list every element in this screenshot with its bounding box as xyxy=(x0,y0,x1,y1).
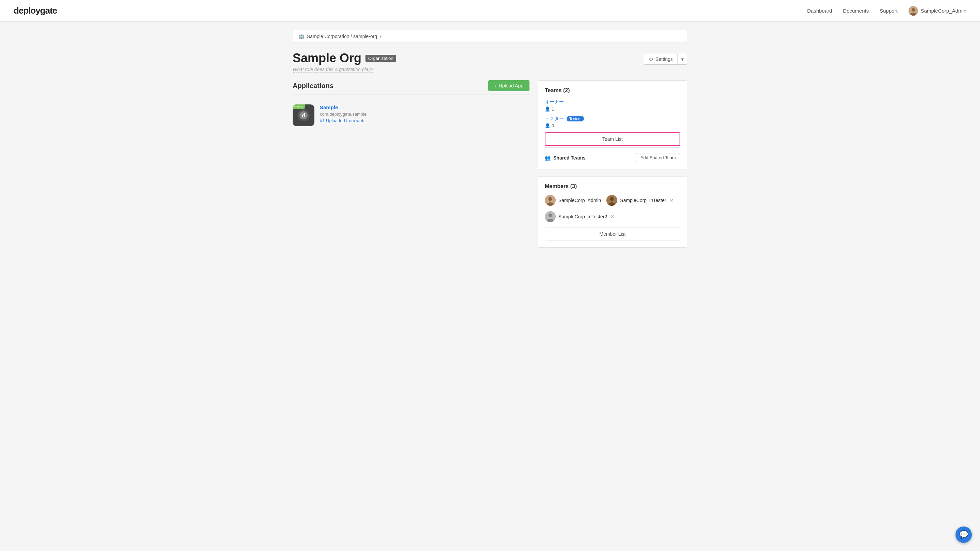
shared-teams-label: 👥 Shared Teams xyxy=(545,155,585,160)
teams-title: Teams (2) xyxy=(545,87,680,94)
page-title: Sample Org Organization xyxy=(293,51,396,65)
nav-support[interactable]: Support xyxy=(880,8,898,14)
right-column: Teams (2) オーナー 👤 1 テスター Testers xyxy=(538,80,687,254)
member-avatar-intester2 xyxy=(545,211,556,222)
main-nav: Dashboard Documents Support SampleCorp_A… xyxy=(807,6,966,16)
testers-badge: Testers xyxy=(566,116,584,121)
settings-label: Settings xyxy=(655,56,673,62)
member-name-admin: SampleCorp_Admin xyxy=(558,198,601,203)
user-menu[interactable]: SampleCorp_Admin xyxy=(908,6,966,16)
members-grid: SampleCorp_Admin SampleCorp_InTester xyxy=(545,195,680,222)
app-bundle-id: com.deploygate.sample xyxy=(320,111,366,117)
breadcrumb-dropdown-icon[interactable]: ▾ xyxy=(380,34,382,39)
team-entry-owner: オーナー 👤 1 xyxy=(545,99,680,111)
upload-icon: ↑ xyxy=(495,83,497,89)
applications-section: Applications ↑ Upload App Android d xyxy=(293,80,530,254)
team-name-tester[interactable]: テスター Testers xyxy=(545,116,680,122)
logo-light: deploy xyxy=(14,5,40,16)
org-icon: 🏢 xyxy=(298,34,304,39)
svg-point-13 xyxy=(549,214,552,218)
svg-text:d: d xyxy=(302,113,305,118)
applications-header: Applications ↑ Upload App xyxy=(293,80,530,95)
member-avatar-intester xyxy=(606,195,617,206)
app-name[interactable]: Sample xyxy=(320,105,366,110)
svg-point-10 xyxy=(610,197,614,201)
app-info: Sample com.deploygate.sample #1 Uploaded… xyxy=(320,105,366,123)
members-panel: Members (3) SampleCorp_Admin xyxy=(538,176,687,248)
page-title-area: Sample Org Organization What role does t… xyxy=(293,51,396,72)
member-item-admin: SampleCorp_Admin xyxy=(545,195,601,206)
app-build-num: #1 xyxy=(320,118,325,123)
user-avatar xyxy=(908,6,918,16)
shared-teams-icon: 👥 xyxy=(545,155,550,160)
gear-icon: ⚙ xyxy=(649,56,653,62)
breadcrumb-text: Sample Corporation / sample-org xyxy=(307,34,377,39)
app-icon: Android d xyxy=(293,105,314,126)
breadcrumb[interactable]: 🏢 Sample Corporation / sample-org ▾ xyxy=(293,30,687,43)
settings-button[interactable]: ⚙ Settings xyxy=(644,54,678,65)
android-badge: Android xyxy=(293,105,305,109)
page-header: Sample Org Organization What role does t… xyxy=(293,51,687,72)
member-name-intester: SampleCorp_InTester xyxy=(620,198,666,203)
upload-app-button[interactable]: ↑ Upload App xyxy=(488,80,530,91)
team-entry-tester: テスター Testers 👤 0 xyxy=(545,116,680,128)
member-item-intester2: SampleCorp_InTester2 ✕ xyxy=(545,211,614,222)
content-layout: Applications ↑ Upload App Android d xyxy=(293,80,687,254)
team-list-button[interactable]: Team List xyxy=(545,132,680,146)
remove-member-intester[interactable]: ✕ xyxy=(670,198,674,203)
team-count-tester: 👤 0 xyxy=(545,123,680,128)
shared-teams-row: 👥 Shared Teams Add Shared Team xyxy=(545,147,680,162)
org-name: Sample Org xyxy=(293,51,361,65)
person-icon-2: 👤 xyxy=(545,123,550,128)
members-title: Members (3) xyxy=(545,183,680,189)
settings-dropdown-button[interactable]: ▾ xyxy=(678,54,687,65)
person-icon: 👤 xyxy=(545,106,550,111)
page-subtitle[interactable]: What role does this organization play? xyxy=(293,67,396,72)
remove-member-intester2[interactable]: ✕ xyxy=(611,214,614,219)
settings-btn-group: ⚙ Settings ▾ xyxy=(644,54,687,65)
logo[interactable]: deploygate xyxy=(14,5,57,16)
member-avatar-admin xyxy=(545,195,556,206)
teams-panel: Teams (2) オーナー 👤 1 テスター Testers xyxy=(538,80,687,169)
main-content: 🏢 Sample Corporation / sample-org ▾ Samp… xyxy=(293,30,687,268)
nav-dashboard[interactable]: Dashboard xyxy=(807,8,832,14)
upload-label: Upload App xyxy=(499,83,523,89)
team-count-owner: 👤 1 xyxy=(545,106,680,111)
app-item: Android d Sample com.deploygate.sample #… xyxy=(293,100,530,130)
member-list-button[interactable]: Member List xyxy=(545,227,680,240)
app-upload-info: Uploaded from web. xyxy=(326,118,366,123)
user-name: SampleCorp_Admin xyxy=(921,8,966,14)
svg-point-7 xyxy=(549,197,552,201)
add-shared-team-button[interactable]: Add Shared Team xyxy=(636,153,680,162)
nav-documents[interactable]: Documents xyxy=(843,8,869,14)
org-badge: Organization xyxy=(366,55,396,62)
site-header: deploygate Dashboard Documents Support S… xyxy=(0,0,980,22)
app-meta: #1 Uploaded from web. xyxy=(320,118,366,123)
logo-bold: gate xyxy=(40,5,57,16)
applications-title: Applications xyxy=(293,82,334,90)
svg-point-1 xyxy=(912,8,915,11)
member-item-intester: SampleCorp_InTester ✕ xyxy=(606,195,673,206)
team-name-owner[interactable]: オーナー xyxy=(545,99,680,105)
member-name-intester2: SampleCorp_InTester2 xyxy=(558,214,607,219)
